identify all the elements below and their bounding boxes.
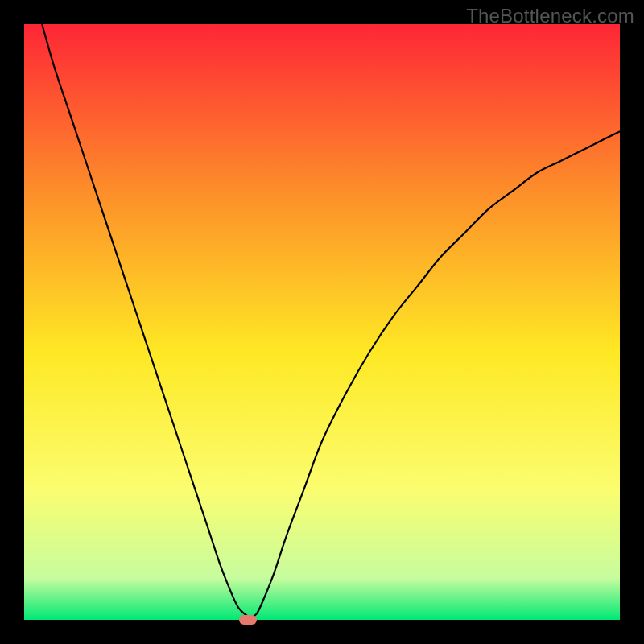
optimal-point-marker <box>239 615 257 625</box>
gradient-background <box>24 24 620 620</box>
watermark-text: TheBottleneck.com <box>466 5 634 27</box>
chart-frame <box>24 24 620 620</box>
chart-svg <box>24 24 620 620</box>
